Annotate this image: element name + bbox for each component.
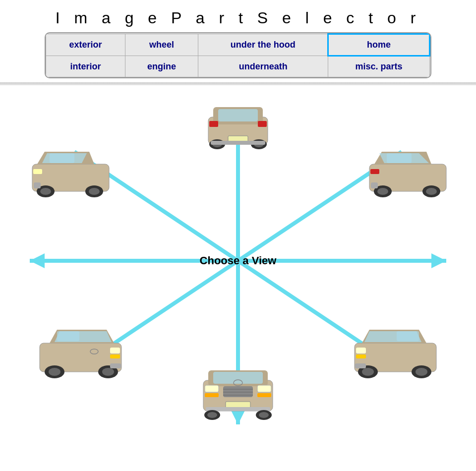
- svg-rect-63: [223, 386, 253, 397]
- svg-point-40: [49, 368, 60, 376]
- svg-marker-4: [30, 253, 45, 268]
- svg-point-24: [89, 188, 100, 195]
- svg-rect-27: [33, 169, 42, 174]
- svg-rect-69: [206, 407, 270, 411]
- nav-table: exterior wheel under the hood home inter…: [46, 33, 430, 77]
- svg-rect-62: [257, 393, 271, 397]
- nav-row-1: exterior wheel under the hood home: [46, 34, 430, 56]
- svg-rect-12: [218, 109, 258, 121]
- svg-point-73: [259, 412, 269, 418]
- svg-rect-59: [205, 385, 219, 392]
- svg-rect-55: [355, 363, 366, 368]
- svg-point-42: [102, 368, 114, 376]
- svg-rect-61: [205, 393, 219, 397]
- nav-under-the-hood[interactable]: under the hood: [198, 34, 328, 56]
- visual-area: Choose a View: [0, 87, 476, 434]
- center-label: Choose a View: [200, 254, 277, 267]
- svg-rect-43: [110, 348, 120, 353]
- divider: [0, 82, 476, 85]
- page-wrapper: I m a g e P a r t S e l e c t o r exteri…: [0, 0, 476, 471]
- svg-rect-22: [50, 153, 74, 163]
- svg-rect-20: [211, 141, 265, 145]
- nav-row-2: interior engine underneath misc. parts: [46, 56, 430, 77]
- svg-rect-44: [110, 354, 120, 358]
- svg-point-71: [207, 412, 217, 418]
- nav-underneath[interactable]: underneath: [198, 56, 328, 77]
- svg-point-50: [416, 368, 427, 376]
- svg-rect-35: [370, 169, 379, 174]
- svg-rect-58: [213, 372, 263, 384]
- car-top-left[interactable]: [20, 147, 119, 203]
- page-title: I m a g e P a r t S e l e c t o r: [0, 9, 476, 27]
- svg-rect-54: [356, 354, 366, 358]
- nav-exterior[interactable]: exterior: [46, 34, 125, 56]
- svg-rect-28: [34, 182, 41, 188]
- svg-rect-13: [209, 121, 218, 127]
- car-top[interactable]: [198, 102, 278, 154]
- nav-engine[interactable]: engine: [125, 56, 198, 77]
- svg-rect-60: [257, 385, 271, 392]
- svg-rect-38: [57, 331, 79, 341]
- svg-rect-48: [397, 331, 419, 341]
- svg-rect-45: [110, 363, 121, 368]
- nav-wheel[interactable]: wheel: [125, 34, 198, 56]
- car-bottom-left[interactable]: [30, 326, 134, 385]
- svg-marker-5: [431, 253, 446, 268]
- nav-misc-parts[interactable]: misc. parts: [328, 56, 430, 77]
- svg-rect-30: [387, 153, 412, 163]
- title-area: I m a g e P a r t S e l e c t o r: [0, 0, 476, 32]
- svg-rect-14: [258, 121, 267, 127]
- svg-rect-36: [371, 182, 378, 188]
- svg-point-26: [40, 188, 51, 195]
- car-bottom-right[interactable]: [342, 326, 446, 385]
- nav-container: exterior wheel under the hood home inter…: [45, 32, 431, 78]
- car-top-right[interactable]: [357, 147, 456, 203]
- svg-point-32: [377, 188, 388, 195]
- svg-point-52: [362, 368, 374, 376]
- svg-rect-53: [356, 348, 366, 353]
- nav-interior[interactable]: interior: [46, 56, 125, 77]
- svg-point-34: [426, 188, 437, 195]
- nav-home[interactable]: home: [328, 34, 430, 56]
- car-bottom[interactable]: [196, 368, 280, 424]
